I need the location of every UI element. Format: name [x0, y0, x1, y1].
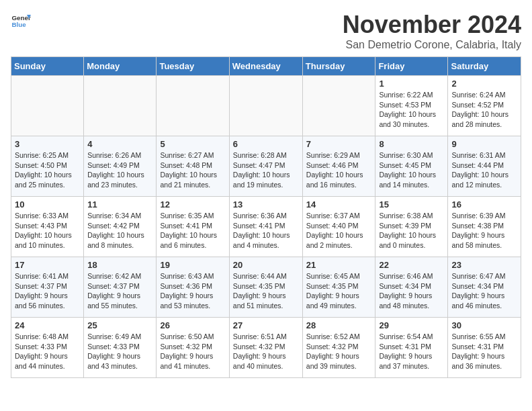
day-number: 16 — [451, 199, 517, 210]
calendar-header-monday: Monday — [84, 57, 157, 76]
day-number: 4 — [87, 139, 152, 149]
day-info: Sunrise: 6:28 AM Sunset: 4:47 PM Dayligh… — [233, 150, 299, 190]
calendar-cell: 18Sunrise: 6:42 AM Sunset: 4:37 PM Dayli… — [84, 257, 157, 318]
calendar-table: SundayMondayTuesdayWednesdayThursdayFrid… — [11, 56, 521, 378]
calendar-cell: 21Sunrise: 6:45 AM Sunset: 4:35 PM Dayli… — [302, 257, 375, 318]
calendar-cell: 1Sunrise: 6:22 AM Sunset: 4:53 PM Daylig… — [375, 76, 448, 136]
day-number: 25 — [87, 320, 152, 330]
calendar-cell: 9Sunrise: 6:31 AM Sunset: 4:44 PM Daylig… — [448, 136, 521, 197]
day-number: 29 — [379, 320, 444, 330]
calendar-cell — [229, 76, 302, 136]
day-number: 11 — [87, 199, 152, 210]
day-info: Sunrise: 6:44 AM Sunset: 4:35 PM Dayligh… — [233, 271, 299, 311]
calendar-cell: 22Sunrise: 6:46 AM Sunset: 4:34 PM Dayli… — [375, 257, 448, 318]
calendar-cell: 26Sunrise: 6:50 AM Sunset: 4:32 PM Dayli… — [157, 318, 229, 378]
day-info: Sunrise: 6:30 AM Sunset: 4:45 PM Dayligh… — [379, 150, 444, 190]
day-info: Sunrise: 6:37 AM Sunset: 4:40 PM Dayligh… — [306, 211, 372, 250]
calendar-cell: 10Sunrise: 6:33 AM Sunset: 4:43 PM Dayli… — [11, 197, 84, 257]
calendar-cell: 14Sunrise: 6:37 AM Sunset: 4:40 PM Dayli… — [302, 197, 375, 257]
logo-icon: General Blue — [11, 11, 31, 31]
day-number: 30 — [451, 320, 517, 330]
day-number: 21 — [306, 260, 372, 270]
day-number: 3 — [15, 139, 80, 149]
calendar-cell: 28Sunrise: 6:52 AM Sunset: 4:32 PM Dayli… — [302, 318, 375, 378]
day-info: Sunrise: 6:38 AM Sunset: 4:39 PM Dayligh… — [379, 211, 444, 250]
day-info: Sunrise: 6:45 AM Sunset: 4:35 PM Dayligh… — [306, 271, 372, 311]
calendar-cell: 25Sunrise: 6:49 AM Sunset: 4:33 PM Dayli… — [84, 318, 157, 378]
day-info: Sunrise: 6:47 AM Sunset: 4:34 PM Dayligh… — [451, 271, 517, 311]
calendar-week-row: 24Sunrise: 6:48 AM Sunset: 4:33 PM Dayli… — [11, 318, 521, 378]
day-info: Sunrise: 6:43 AM Sunset: 4:36 PM Dayligh… — [160, 271, 225, 311]
day-info: Sunrise: 6:36 AM Sunset: 4:41 PM Dayligh… — [233, 211, 299, 250]
day-info: Sunrise: 6:48 AM Sunset: 4:33 PM Dayligh… — [15, 332, 80, 371]
calendar-cell: 3Sunrise: 6:25 AM Sunset: 4:50 PM Daylig… — [11, 136, 84, 197]
title-block: November 2024 San Demetrio Corone, Calab… — [343, 11, 521, 51]
day-number: 24 — [15, 320, 80, 330]
day-number: 22 — [379, 260, 444, 270]
calendar-cell: 8Sunrise: 6:30 AM Sunset: 4:45 PM Daylig… — [375, 136, 448, 197]
calendar-cell: 12Sunrise: 6:35 AM Sunset: 4:41 PM Dayli… — [157, 197, 229, 257]
calendar-cell: 30Sunrise: 6:55 AM Sunset: 4:31 PM Dayli… — [448, 318, 521, 378]
calendar-week-row: 17Sunrise: 6:41 AM Sunset: 4:37 PM Dayli… — [11, 257, 521, 318]
calendar-cell: 5Sunrise: 6:27 AM Sunset: 4:48 PM Daylig… — [157, 136, 229, 197]
calendar-cell: 24Sunrise: 6:48 AM Sunset: 4:33 PM Dayli… — [11, 318, 84, 378]
calendar-cell: 7Sunrise: 6:29 AM Sunset: 4:46 PM Daylig… — [302, 136, 375, 197]
day-number: 14 — [306, 199, 372, 210]
calendar-cell: 19Sunrise: 6:43 AM Sunset: 4:36 PM Dayli… — [157, 257, 229, 318]
day-number: 2 — [451, 79, 517, 89]
calendar-cell: 13Sunrise: 6:36 AM Sunset: 4:41 PM Dayli… — [229, 197, 302, 257]
day-number: 9 — [451, 139, 517, 149]
calendar-cell: 4Sunrise: 6:26 AM Sunset: 4:49 PM Daylig… — [84, 136, 157, 197]
day-info: Sunrise: 6:42 AM Sunset: 4:37 PM Dayligh… — [87, 271, 152, 311]
calendar-cell — [302, 76, 375, 136]
calendar-header-row: SundayMondayTuesdayWednesdayThursdayFrid… — [11, 57, 521, 76]
calendar-cell: 16Sunrise: 6:39 AM Sunset: 4:38 PM Dayli… — [448, 197, 521, 257]
month-title: November 2024 — [343, 11, 521, 39]
calendar-cell — [157, 76, 229, 136]
calendar-week-row: 1Sunrise: 6:22 AM Sunset: 4:53 PM Daylig… — [11, 76, 521, 136]
logo: General Blue — [11, 11, 31, 31]
calendar-header-sunday: Sunday — [11, 57, 84, 76]
day-info: Sunrise: 6:33 AM Sunset: 4:43 PM Dayligh… — [15, 211, 80, 250]
day-number: 23 — [451, 260, 517, 270]
calendar-week-row: 3Sunrise: 6:25 AM Sunset: 4:50 PM Daylig… — [11, 136, 521, 197]
calendar-cell: 20Sunrise: 6:44 AM Sunset: 4:35 PM Dayli… — [229, 257, 302, 318]
calendar-cell: 29Sunrise: 6:54 AM Sunset: 4:31 PM Dayli… — [375, 318, 448, 378]
day-info: Sunrise: 6:25 AM Sunset: 4:50 PM Dayligh… — [15, 150, 80, 190]
page-header: General Blue November 2024 San Demetrio … — [11, 11, 521, 51]
calendar-cell — [11, 76, 84, 136]
calendar-cell: 15Sunrise: 6:38 AM Sunset: 4:39 PM Dayli… — [375, 197, 448, 257]
calendar-cell: 17Sunrise: 6:41 AM Sunset: 4:37 PM Dayli… — [11, 257, 84, 318]
day-number: 5 — [160, 139, 225, 149]
calendar-header-saturday: Saturday — [448, 57, 521, 76]
calendar-cell: 2Sunrise: 6:24 AM Sunset: 4:52 PM Daylig… — [448, 76, 521, 136]
day-info: Sunrise: 6:51 AM Sunset: 4:32 PM Dayligh… — [233, 332, 299, 371]
day-info: Sunrise: 6:31 AM Sunset: 4:44 PM Dayligh… — [451, 150, 517, 190]
calendar-cell: 23Sunrise: 6:47 AM Sunset: 4:34 PM Dayli… — [448, 257, 521, 318]
day-info: Sunrise: 6:27 AM Sunset: 4:48 PM Dayligh… — [160, 150, 225, 190]
calendar-cell: 6Sunrise: 6:28 AM Sunset: 4:47 PM Daylig… — [229, 136, 302, 197]
day-info: Sunrise: 6:50 AM Sunset: 4:32 PM Dayligh… — [160, 332, 225, 371]
svg-text:Blue: Blue — [12, 21, 27, 28]
day-number: 26 — [160, 320, 225, 330]
day-info: Sunrise: 6:22 AM Sunset: 4:53 PM Dayligh… — [379, 90, 444, 130]
day-number: 12 — [160, 199, 225, 210]
day-number: 15 — [379, 199, 444, 210]
day-info: Sunrise: 6:26 AM Sunset: 4:49 PM Dayligh… — [87, 150, 152, 190]
day-info: Sunrise: 6:49 AM Sunset: 4:33 PM Dayligh… — [87, 332, 152, 371]
day-number: 19 — [160, 260, 225, 270]
day-number: 1 — [379, 79, 444, 89]
day-info: Sunrise: 6:24 AM Sunset: 4:52 PM Dayligh… — [451, 90, 517, 130]
day-info: Sunrise: 6:39 AM Sunset: 4:38 PM Dayligh… — [451, 211, 517, 250]
calendar-cell: 11Sunrise: 6:34 AM Sunset: 4:42 PM Dayli… — [84, 197, 157, 257]
day-info: Sunrise: 6:46 AM Sunset: 4:34 PM Dayligh… — [379, 271, 444, 311]
day-number: 8 — [379, 139, 444, 149]
calendar-header-wednesday: Wednesday — [229, 57, 302, 76]
day-number: 10 — [15, 199, 80, 210]
day-number: 18 — [87, 260, 152, 270]
day-number: 20 — [233, 260, 299, 270]
day-info: Sunrise: 6:54 AM Sunset: 4:31 PM Dayligh… — [379, 332, 444, 371]
location-subtitle: San Demetrio Corone, Calabria, Italy — [343, 39, 521, 51]
day-number: 13 — [233, 199, 299, 210]
calendar-header-thursday: Thursday — [302, 57, 375, 76]
